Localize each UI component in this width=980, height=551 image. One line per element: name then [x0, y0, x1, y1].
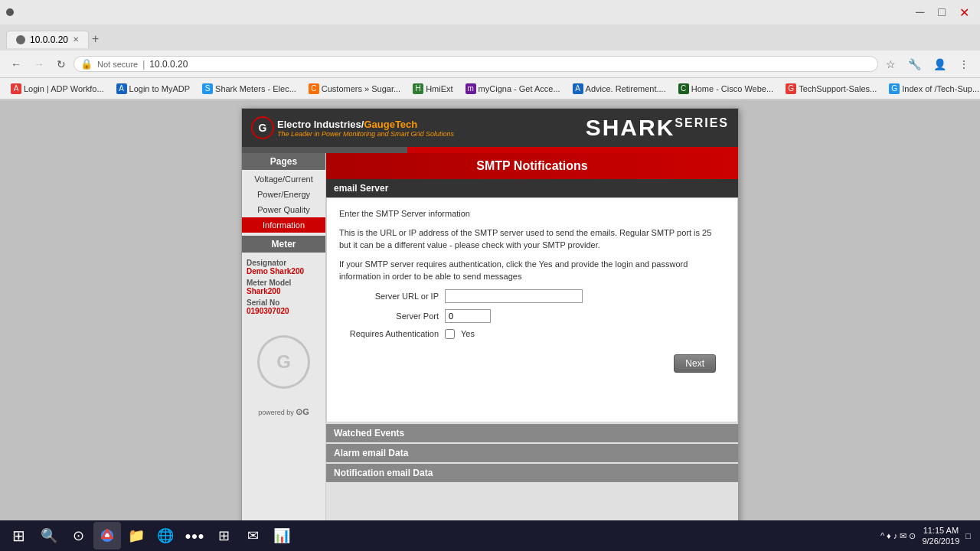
meter-model-value: Shark200: [247, 287, 321, 295]
color-bar: [242, 147, 738, 153]
server-url-row: Server URL or IP: [339, 289, 725, 303]
bookmark-button[interactable]: ☆: [881, 57, 900, 72]
office-icon[interactable]: ⊞: [210, 522, 237, 549]
chrome-taskbar-icon[interactable]: [93, 522, 121, 549]
bookmark-advice-icon: A: [573, 83, 583, 94]
sidebar-pages-header: Pages: [242, 153, 325, 170]
requires-auth-checkbox[interactable]: [445, 329, 455, 339]
bookmark-techsupport[interactable]: G TechSupport-Sales...: [781, 82, 881, 96]
clock-time: 11:15 AM: [922, 525, 959, 536]
designator-value: Demo Shark200: [247, 267, 321, 276]
color-bar-left: [242, 147, 407, 153]
search-taskbar-icon[interactable]: 🔍: [35, 522, 63, 549]
system-tray: ^ ♦ ♪ ✉ ⊙ 11:15 AM 9/26/2019 □: [874, 525, 977, 547]
minimize-button[interactable]: ─: [911, 4, 929, 21]
sidebar-item-power-quality[interactable]: Power Quality: [242, 202, 325, 217]
new-tab-button[interactable]: +: [92, 32, 99, 46]
bookmark-customers[interactable]: C Customers » Sugar...: [304, 82, 405, 96]
bookmark-cisco-icon: C: [678, 83, 689, 94]
tab-close-icon[interactable]: ✕: [73, 35, 79, 44]
notification-icon[interactable]: □: [965, 531, 971, 540]
tab-bar: 10.0.0.20 ✕ +: [0, 24, 980, 51]
tab-title: 10.0.0.20: [30, 34, 68, 45]
main-layout: Pages Voltage/Current Power/Energy Power…: [242, 153, 738, 536]
content-area: SMTP Notifications email Server Enter th…: [326, 153, 738, 536]
sidebar-item-information[interactable]: Information: [242, 217, 325, 233]
bookmark-adp-icon: A: [11, 83, 21, 94]
bookmark-cisco[interactable]: C Home - Cisco Webe...: [674, 82, 778, 96]
powered-by: powered by ⊙G: [242, 404, 325, 420]
bookmark-customers-icon: C: [309, 83, 319, 94]
server-port-label: Server Port: [339, 311, 439, 321]
edge-icon[interactable]: 🌐: [152, 522, 179, 549]
close-button[interactable]: ✕: [955, 4, 974, 21]
bookmark-adp[interactable]: A Login | ADP Workfo...: [6, 82, 109, 96]
bookmark-advice[interactable]: A Advice. Retirement....: [568, 82, 671, 96]
system-clock[interactable]: 11:15 AM 9/26/2019: [922, 525, 959, 547]
tray-icons: ^ ♦ ♪ ✉ ⊙: [880, 531, 916, 541]
bookmark-mycigna-icon: m: [466, 83, 476, 94]
color-bar-right: [407, 147, 738, 153]
dots-icon[interactable]: ●●●: [181, 522, 208, 549]
form-section: Enter the SMTP Server information This i…: [326, 197, 738, 422]
serial-no-value: 0190307020: [247, 307, 321, 315]
back-button[interactable]: ←: [6, 57, 26, 72]
designator-label: Designator: [247, 259, 321, 267]
bookmark-myadp[interactable]: A Login to MyADP: [112, 82, 194, 96]
nav-bar: ← → ↻ 🔒 Not secure | 10.0.0.20 ☆ 🔧 👤 ⋮: [0, 51, 980, 78]
bookmark-mycigna[interactable]: m myCigna - Get Acce...: [461, 82, 565, 96]
description-line1: Enter the SMTP Server information: [339, 207, 725, 220]
requires-auth-label: Requires Authentication: [339, 329, 439, 338]
sidebar-item-voltage-current[interactable]: Voltage/Current: [242, 171, 325, 187]
next-button[interactable]: Next: [674, 354, 716, 373]
sidebar: Pages Voltage/Current Power/Energy Power…: [242, 153, 326, 536]
bookmark-techsupport-icon: G: [786, 83, 796, 94]
alarm-email-header[interactable]: Alarm email Data: [326, 444, 738, 462]
eig-logo-circle: G: [251, 116, 274, 139]
serial-no-label: Serial No: [247, 298, 321, 307]
outlook-icon[interactable]: ✉: [239, 522, 266, 549]
start-button[interactable]: ⊞: [3, 522, 34, 549]
bookmark-techindex-icon: G: [889, 83, 900, 94]
sidebar-meter-header: Meter: [242, 236, 325, 253]
notification-email-header[interactable]: Notification email Data: [326, 464, 738, 482]
security-indicator: Not secure: [97, 60, 138, 69]
bookmark-hmiext[interactable]: H HmiExt: [408, 82, 457, 96]
clock-date: 9/26/2019: [922, 536, 959, 546]
company-name-prefix: Electro Industries/: [277, 119, 364, 130]
shark-label: SHARK: [586, 115, 675, 140]
watermark: G: [242, 320, 325, 404]
app-header: G Electro Industries/GaugeTech The Leade…: [242, 109, 738, 147]
file-explorer-icon[interactable]: 📁: [122, 522, 150, 549]
meter-info: Designator Demo Shark200 Meter Model Sha…: [242, 254, 325, 320]
watermark-logo: G: [257, 335, 310, 389]
server-url-label: Server URL or IP: [339, 292, 439, 301]
browser-chrome: ─ □ ✕ 10.0.0.20 ✕ + ← → ↻ 🔒 Not secure |…: [0, 0, 980, 100]
app-window: G Electro Industries/GaugeTech The Leade…: [241, 108, 739, 544]
extensions-button[interactable]: 🔧: [903, 57, 926, 72]
bookmark-shark[interactable]: S Shark Meters - Elec...: [198, 82, 301, 96]
maximize-button[interactable]: □: [933, 4, 950, 21]
bookmark-techindex[interactable]: G Index of /Tech-Sup...: [884, 82, 980, 96]
watched-events-accordion: Watched Events: [326, 424, 738, 442]
excel-icon[interactable]: 📊: [268, 522, 296, 549]
description-line2: This is the URL or IP address of the SMT…: [339, 227, 725, 252]
profile-button[interactable]: 👤: [929, 57, 951, 72]
description-line3: If your SMTP server requires authenticat…: [339, 258, 725, 283]
browser-tab-active[interactable]: 10.0.0.20 ✕: [6, 31, 89, 48]
forward-button[interactable]: →: [29, 57, 49, 72]
bookmark-hmi-icon: H: [413, 83, 423, 94]
server-url-input[interactable]: [445, 289, 583, 303]
sidebar-item-power-energy[interactable]: Power/Energy: [242, 187, 325, 202]
company-logo: G Electro Industries/GaugeTech The Leade…: [251, 116, 454, 139]
bookmarks-bar: A Login | ADP Workfo... A Login to MyADP…: [0, 78, 980, 99]
task-view-icon[interactable]: ⊙: [64, 522, 92, 549]
address-bar[interactable]: 🔒 Not secure | 10.0.0.20: [74, 56, 878, 72]
watched-events-header[interactable]: Watched Events: [326, 424, 738, 442]
server-port-row: Server Port: [339, 309, 725, 323]
server-port-input[interactable]: [445, 309, 491, 323]
email-server-header: email Server: [326, 179, 738, 197]
reload-button[interactable]: ↻: [52, 57, 70, 72]
browser-content: G Electro Industries/GaugeTech The Leade…: [0, 100, 980, 551]
menu-button[interactable]: ⋮: [954, 57, 974, 72]
